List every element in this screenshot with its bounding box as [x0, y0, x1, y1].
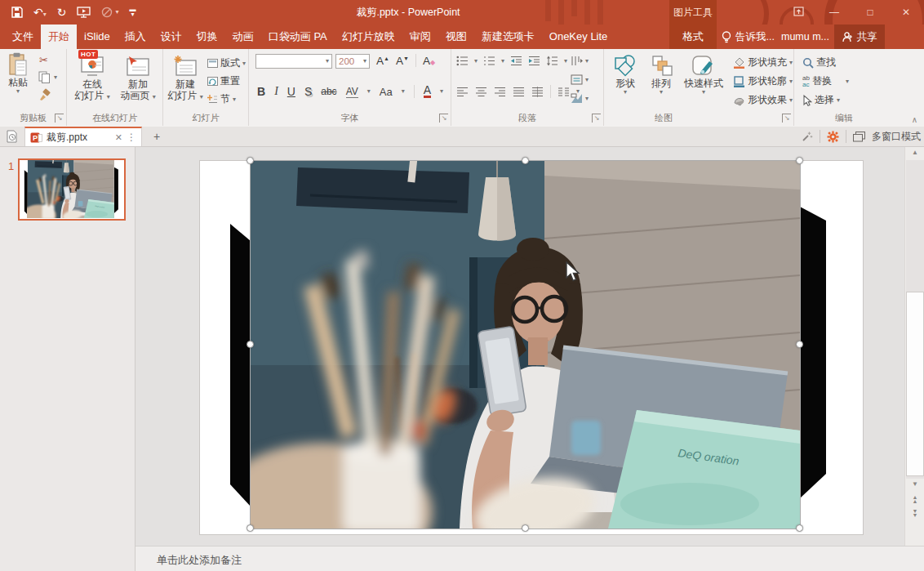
underline-button[interactable]: U	[287, 85, 295, 98]
notes-pane[interactable]: 单击此处添加备注	[135, 546, 924, 571]
font-name-combobox[interactable]: ▾	[255, 54, 332, 69]
copy-caret[interactable]: ▾	[54, 74, 57, 81]
user-name[interactable]: mumu m...	[781, 25, 829, 49]
new-slide-button[interactable]: 新建 幻灯片 ▾	[167, 52, 204, 101]
bold-button[interactable]: B	[257, 85, 265, 98]
multi-window-mode-button[interactable]: 多窗口模式	[872, 130, 921, 144]
copy-button[interactable]	[38, 71, 51, 83]
tab-format[interactable]: 格式	[669, 25, 717, 49]
resize-handle-top-left[interactable]	[247, 157, 254, 164]
align-right-button[interactable]	[494, 87, 506, 97]
increase-font-button[interactable]: A▲	[376, 55, 389, 67]
decrease-font-button[interactable]: A▼	[396, 55, 409, 67]
select-button[interactable]: 选择▾	[802, 93, 840, 107]
shape-fill-button[interactable]: 形状填充▾	[733, 56, 793, 69]
find-button[interactable]: 查找	[802, 56, 836, 69]
tab-animations[interactable]: 动画	[225, 25, 261, 49]
resize-handle-bottom-left[interactable]	[247, 524, 254, 532]
font-size-combobox[interactable]: 200▾	[335, 54, 370, 69]
clipboard-dialog-launcher[interactable]: ↘	[55, 114, 64, 123]
columns-button[interactable]	[558, 87, 570, 97]
bullets-button[interactable]	[456, 56, 469, 66]
reset-button[interactable]: 重置	[207, 74, 240, 88]
smartart-button[interactable]: ▾	[571, 93, 589, 104]
tab-design[interactable]: 设计	[153, 25, 189, 49]
align-center-button[interactable]	[475, 87, 487, 97]
maximize-button[interactable]: □	[852, 7, 888, 18]
scroll-down-button[interactable]: ▼	[906, 480, 924, 488]
decrease-indent-button[interactable]	[510, 56, 522, 66]
tab-pocket-animation[interactable]: 口袋动画 PA	[261, 25, 335, 49]
scroll-up-button[interactable]: ▲	[906, 149, 924, 156]
arrange-button[interactable]: 排列 ▾	[644, 52, 678, 96]
align-left-button[interactable]	[456, 87, 469, 97]
online-slides-button[interactable]: HOT 在线 幻灯片 ▾	[72, 52, 113, 101]
new-animation-page-button[interactable]: 新加 动画页 ▾	[118, 52, 158, 101]
char-spacing-button[interactable]: AV	[346, 86, 358, 98]
line-spacing-button[interactable]	[546, 56, 558, 66]
close-tab-icon[interactable]: ✕	[115, 132, 122, 143]
cut-button[interactable]: ✂	[39, 54, 48, 66]
change-case-button[interactable]: Aa	[380, 86, 393, 98]
font-color-button[interactable]: A	[424, 85, 431, 98]
format-painter-button[interactable]	[38, 88, 51, 101]
share-button[interactable]: 共享	[834, 25, 885, 49]
next-slide-button[interactable]: ▼▼	[906, 509, 924, 517]
tab-more-icon[interactable]: ⋮	[127, 132, 136, 143]
tab-insert[interactable]: 插入	[118, 25, 153, 49]
shape-outline-button[interactable]: 形状轮廓▾	[733, 74, 793, 88]
gear-icon[interactable]	[827, 131, 839, 143]
numbering-button[interactable]	[483, 56, 495, 66]
scrollbar-thumb[interactable]	[906, 292, 924, 476]
tab-view[interactable]: 视图	[438, 25, 474, 49]
close-button[interactable]: ✕	[888, 7, 924, 18]
previous-slide-button[interactable]: ▲▲	[906, 495, 924, 503]
resize-handle-bottom-middle[interactable]	[522, 524, 529, 532]
history-icon[interactable]	[6, 130, 19, 143]
justify-button[interactable]	[513, 87, 525, 97]
tab-onekey[interactable]: OneKey Lite	[542, 25, 615, 49]
strikethrough-button[interactable]: abc	[321, 86, 336, 97]
minimize-button[interactable]: —	[816, 7, 852, 18]
section-button[interactable]: 节▾	[207, 92, 236, 106]
tab-islide[interactable]: iSlide	[77, 25, 118, 49]
shape-effects-button[interactable]: 形状效果▾	[733, 93, 793, 107]
text-shadow-button[interactable]: S	[304, 85, 312, 98]
slide-editor-canvas[interactable]	[135, 147, 904, 546]
resize-handle-top-middle[interactable]	[522, 157, 529, 164]
slide[interactable]	[200, 161, 863, 534]
clear-formatting-button[interactable]: A◆	[423, 55, 435, 67]
collapse-ribbon-button[interactable]: ∧	[912, 115, 917, 124]
resize-handle-top-right[interactable]	[796, 157, 803, 164]
document-tab[interactable]: P 裁剪.pptx ✕ ⋮	[24, 127, 142, 146]
notes-placeholder[interactable]: 单击此处添加备注	[135, 546, 924, 568]
selected-picture[interactable]	[251, 161, 800, 529]
align-text-button[interactable]: ▾	[571, 74, 589, 85]
tell-me-box[interactable]: 告诉我...	[722, 25, 775, 49]
tab-slideshow[interactable]: 幻灯片放映	[335, 25, 402, 49]
italic-button[interactable]: I	[274, 85, 278, 98]
increase-indent-button[interactable]	[528, 56, 540, 66]
tab-newtab[interactable]: 新建选项卡	[474, 25, 542, 49]
tab-review[interactable]: 审阅	[402, 25, 438, 49]
slide-thumbnail[interactable]	[18, 158, 126, 221]
paste-button[interactable]: 粘贴 ▾	[3, 52, 33, 95]
resize-handle-middle-left[interactable]	[247, 341, 254, 348]
tab-file[interactable]: 文件	[5, 25, 41, 49]
layout-button[interactable]: 版式▾	[207, 56, 246, 70]
tab-transitions[interactable]: 切换	[189, 25, 225, 49]
tab-home[interactable]: 开始	[41, 25, 77, 49]
shapes-button[interactable]: 形状 ▾	[608, 52, 642, 96]
font-dialog-launcher[interactable]: ↘	[439, 114, 448, 123]
drawing-dialog-launcher[interactable]: ↘	[782, 114, 791, 123]
quick-styles-button[interactable]: 快速样式 ▾	[680, 52, 727, 96]
replace-button[interactable]: ab ac 替换 ▾	[802, 74, 849, 88]
new-document-tab-button[interactable]: +	[149, 129, 165, 145]
distribute-button[interactable]	[531, 87, 544, 97]
resize-handle-bottom-right[interactable]	[796, 524, 803, 532]
ribbon-display-options-button[interactable]	[780, 7, 816, 19]
magic-wand-icon[interactable]	[801, 131, 813, 143]
paragraph-dialog-launcher[interactable]: ↘	[592, 114, 601, 123]
resize-handle-middle-right[interactable]	[796, 341, 803, 348]
text-direction-button[interactable]: ▾	[571, 56, 589, 66]
